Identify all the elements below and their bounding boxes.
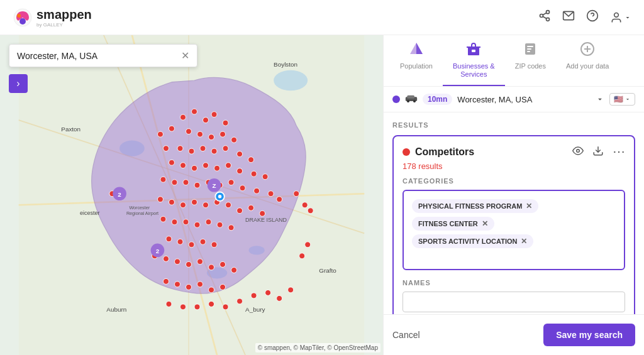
svg-point-48 [211, 148, 217, 154]
svg-text:A_bury: A_bury [245, 306, 265, 313]
svg-point-119 [299, 253, 305, 259]
card-title-area: Competitors [402, 146, 474, 158]
svg-point-46 [189, 148, 194, 154]
tab-population[interactable]: Population [390, 35, 443, 86]
controls-bar: 10mn Worcester, MA, USA 🇺🇸 [384, 87, 644, 112]
svg-point-117 [277, 295, 282, 301]
svg-rect-137 [527, 51, 530, 52]
svg-point-39 [186, 129, 191, 134]
svg-point-50 [237, 151, 243, 157]
logo-sub: by GALLEY [36, 22, 92, 28]
card-count: 178 results [402, 161, 625, 171]
svg-point-94 [211, 242, 217, 248]
map-search-value: Worcester, MA, USA [17, 51, 176, 61]
svg-point-80 [237, 208, 243, 214]
svg-point-109 [166, 301, 172, 307]
results-panel: RESULTS Competitors ⋯ [384, 112, 644, 314]
tab-add-data[interactable]: Add your data [556, 35, 619, 86]
svg-point-90 [166, 236, 172, 242]
svg-point-69 [254, 188, 260, 194]
svg-point-81 [248, 205, 254, 210]
svg-text:Paxton: Paxton [61, 126, 80, 133]
svg-point-32 [180, 114, 186, 120]
svg-point-98 [186, 261, 191, 267]
svg-point-111 [194, 304, 200, 310]
save-button[interactable]: Save my search [543, 324, 635, 346]
card-red-dot [402, 148, 410, 156]
help-icon[interactable] [586, 9, 599, 25]
svg-point-122 [302, 202, 308, 208]
svg-point-47 [200, 146, 206, 151]
categories-box[interactable]: PHYSICAL FITNESS PROGRAM ✕ FITNESS CENTE… [402, 190, 625, 270]
category-input[interactable] [413, 253, 475, 262]
eye-icon[interactable] [572, 145, 584, 159]
svg-point-120 [305, 242, 311, 248]
names-section-label: NAMES [402, 279, 625, 287]
right-panel: Population Businesses &Services ZIP code… [383, 35, 644, 355]
svg-point-44 [163, 146, 169, 151]
svg-rect-136 [527, 48, 531, 50]
svg-point-106 [197, 281, 203, 287]
svg-text:DRAKE ISLAND: DRAKE ISLAND [245, 217, 287, 223]
map-search-clear-button[interactable]: ✕ [181, 50, 189, 62]
category-tag-2-remove[interactable]: ✕ [482, 219, 488, 228]
svg-point-45 [177, 146, 183, 151]
svg-point-73 [157, 197, 163, 202]
category-tag-3-remove[interactable]: ✕ [521, 237, 527, 246]
download-icon[interactable] [592, 145, 604, 159]
businesses-icon [466, 41, 481, 60]
card-title: Competitors [415, 146, 474, 158]
svg-point-93 [200, 239, 206, 244]
svg-point-89 [228, 225, 234, 231]
svg-point-145 [577, 150, 580, 153]
tab-zip[interactable]: ZIP codes [505, 35, 556, 86]
svg-text:eicester: eicester [80, 210, 100, 216]
svg-line-7 [543, 13, 547, 14]
cancel-button[interactable]: Cancel [392, 330, 420, 340]
svg-point-116 [265, 290, 271, 295]
svg-point-58 [237, 168, 243, 174]
svg-point-54 [192, 165, 197, 171]
svg-point-91 [177, 239, 183, 244]
svg-point-1 [19, 18, 26, 25]
toggle-sidebar-button[interactable]: › [9, 74, 28, 93]
svg-point-76 [192, 199, 197, 205]
svg-point-104 [174, 281, 180, 287]
flag-dropdown-button[interactable]: 🇺🇸 [609, 93, 635, 106]
svg-point-71 [277, 197, 282, 202]
svg-point-5 [547, 18, 550, 21]
svg-point-77 [203, 202, 209, 208]
tab-businesses[interactable]: Businesses &Services [443, 35, 505, 86]
svg-point-144 [413, 100, 416, 102]
svg-point-11 [614, 13, 619, 17]
user-icon[interactable] [610, 11, 631, 24]
tabs: Population Businesses &Services ZIP code… [384, 35, 644, 87]
svg-point-87 [206, 219, 211, 225]
svg-point-33 [192, 109, 197, 114]
svg-point-114 [237, 298, 243, 304]
svg-text:Z: Z [213, 182, 216, 189]
svg-point-59 [251, 171, 257, 177]
share-icon[interactable] [538, 9, 551, 25]
names-input[interactable] [402, 292, 625, 312]
location-dropdown-button[interactable] [596, 95, 604, 104]
svg-rect-133 [472, 50, 475, 52]
svg-point-84 [172, 219, 177, 225]
population-icon [409, 41, 424, 60]
svg-text:Grafto: Grafto [319, 267, 336, 274]
svg-point-60 [262, 174, 268, 180]
svg-point-105 [186, 284, 191, 290]
mail-icon[interactable] [562, 9, 575, 25]
svg-point-2 [17, 14, 21, 18]
svg-text:Worcester: Worcester [129, 205, 150, 210]
svg-text:2: 2 [156, 248, 160, 254]
svg-point-82 [260, 210, 265, 216]
svg-point-43 [231, 137, 237, 143]
category-tag-1-text: PHYSICAL FITNESS PROGRAM [418, 202, 522, 210]
svg-point-38 [157, 131, 163, 137]
svg-point-86 [194, 222, 200, 227]
category-tag-1-remove[interactable]: ✕ [526, 202, 532, 210]
svg-text:Regional Airport: Regional Airport [126, 210, 158, 216]
tab-businesses-label: Businesses &Services [453, 62, 495, 79]
more-icon[interactable]: ⋯ [613, 145, 625, 159]
